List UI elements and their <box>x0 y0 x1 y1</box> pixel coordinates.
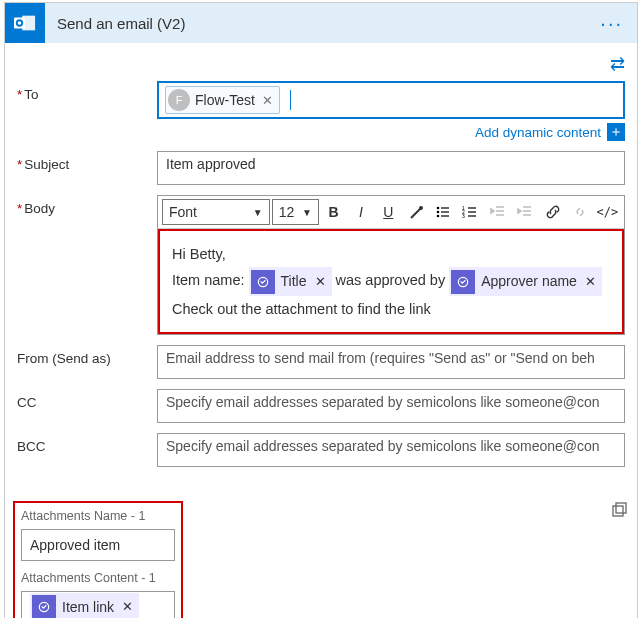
field-from: From (Send as) Email address to send mai… <box>17 345 625 379</box>
text-cursor <box>290 90 291 110</box>
svg-point-4 <box>437 207 440 210</box>
bcc-input[interactable]: Specify email addresses separated by sem… <box>157 433 625 467</box>
from-input[interactable]: Email address to send mail from (require… <box>157 345 625 379</box>
svg-point-6 <box>437 215 440 218</box>
svg-text:3: 3 <box>462 213 465 219</box>
recipient-avatar: F <box>168 89 190 111</box>
remove-recipient-button[interactable]: ✕ <box>262 93 273 108</box>
body-line-3: Check out the attachment to find the lin… <box>172 296 610 322</box>
to-label: To <box>17 81 157 102</box>
font-size-select[interactable]: 12▼ <box>272 199 319 225</box>
attachments-content-input[interactable]: Item link ✕ <box>21 591 175 618</box>
token-remove-button[interactable]: ✕ <box>122 599 133 614</box>
field-subject: Subject Item approved <box>17 151 625 185</box>
token-badge-icon <box>32 595 56 618</box>
body-label: Body <box>17 195 157 216</box>
token-remove-button[interactable]: ✕ <box>315 270 326 293</box>
code-view-button[interactable]: </> <box>595 199 620 225</box>
body-line-2: Item name: Title ✕ was approved by <box>172 267 610 296</box>
attachments-array-button[interactable] <box>611 501 629 523</box>
attachments-content-label: Attachments Content - 1 <box>21 571 175 587</box>
bullet-list-button[interactable] <box>430 199 455 225</box>
italic-button[interactable]: I <box>348 199 373 225</box>
body-editor: Font▼ 12▼ B I U <box>157 195 625 335</box>
rich-text-toolbar: Font▼ 12▼ B I U <box>158 196 624 229</box>
subject-input[interactable]: Item approved <box>157 151 625 185</box>
attachments-name-label: Attachments Name - 1 <box>21 509 175 525</box>
indent-button[interactable] <box>513 199 538 225</box>
token-remove-button[interactable]: ✕ <box>585 270 596 293</box>
recipient-name: Flow-Test <box>195 92 255 108</box>
token-approver-name[interactable]: Approver name ✕ <box>449 267 602 296</box>
attachments-box: Attachments Name - 1 Approved item Attac… <box>13 501 183 618</box>
connector-icon-box <box>5 3 45 43</box>
number-list-button[interactable]: 123 <box>458 199 483 225</box>
unlink-button[interactable] <box>567 199 592 225</box>
to-input[interactable]: F Flow-Test ✕ <box>157 81 625 119</box>
token-item-link[interactable]: Item link ✕ <box>30 593 139 618</box>
swap-icon[interactable]: ⇄ <box>17 49 625 81</box>
card-title: Send an email (V2) <box>45 15 586 32</box>
svg-rect-1 <box>14 18 25 29</box>
card-header: Send an email (V2) ··· <box>5 3 637 43</box>
field-bcc: BCC Specify email addresses separated by… <box>17 433 625 467</box>
add-dynamic-content-row: Add dynamic content ＋ <box>157 123 625 141</box>
token-badge-icon <box>251 270 275 294</box>
field-cc: CC Specify email addresses separated by … <box>17 389 625 423</box>
field-to: To F Flow-Test ✕ Add dynamic content ＋ <box>17 81 625 141</box>
color-button[interactable] <box>403 199 428 225</box>
bcc-label: BCC <box>17 433 157 454</box>
from-label: From (Send as) <box>17 345 157 366</box>
card-body: ⇄ To F Flow-Test ✕ Add dynamic content ＋ <box>5 43 637 493</box>
token-title[interactable]: Title ✕ <box>249 267 332 296</box>
cc-label: CC <box>17 389 157 410</box>
outlook-icon <box>14 12 36 34</box>
send-email-card: Send an email (V2) ··· ⇄ To F Flow-Test … <box>4 2 638 618</box>
attachments-name-input[interactable]: Approved item <box>21 529 175 561</box>
field-body: Body Font▼ 12▼ B I U <box>17 195 625 335</box>
attachments-section: Attachments Name - 1 Approved item Attac… <box>13 501 629 618</box>
body-content[interactable]: Hi Betty, Item name: Title ✕ was approve… <box>158 229 624 334</box>
add-dynamic-content-plus-icon[interactable]: ＋ <box>607 123 625 141</box>
svg-rect-11 <box>616 503 626 513</box>
outdent-button[interactable] <box>485 199 510 225</box>
svg-rect-10 <box>613 506 623 516</box>
body-line-1: Hi Betty, <box>172 241 610 267</box>
cc-input[interactable]: Specify email addresses separated by sem… <box>157 389 625 423</box>
underline-button[interactable]: U <box>376 199 401 225</box>
svg-point-3 <box>419 206 423 210</box>
svg-point-5 <box>437 211 440 214</box>
recipient-chip[interactable]: F Flow-Test ✕ <box>165 86 280 114</box>
more-menu-button[interactable]: ··· <box>586 12 637 35</box>
link-button[interactable] <box>540 199 565 225</box>
token-badge-icon <box>451 270 475 294</box>
subject-label: Subject <box>17 151 157 172</box>
font-select[interactable]: Font▼ <box>162 199 270 225</box>
bold-button[interactable]: B <box>321 199 346 225</box>
add-dynamic-content-link[interactable]: Add dynamic content <box>475 125 601 140</box>
